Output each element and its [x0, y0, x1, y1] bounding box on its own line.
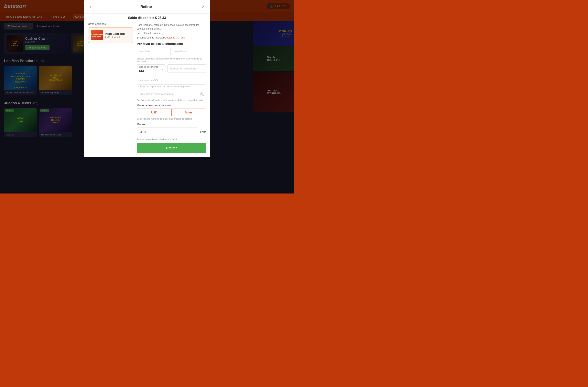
option-name: Pago Bancario: [105, 32, 125, 36]
amount-hint: Puedes retirar desde $ 20 hasta $ 23.33: [137, 138, 206, 141]
soles-button[interactable]: Soles: [171, 109, 206, 116]
doc-type-label: Tipo de documento: [139, 66, 158, 68]
name-row: [137, 47, 206, 55]
amount-row: USD: [137, 127, 206, 137]
cci-group: Digita los 20 dígitos de tu CCI sin espa…: [137, 76, 206, 88]
doc-row: Tipo de documento DNI Pasaporte CE ▾: [137, 64, 206, 74]
info-text-2: que estén a tu nombre: [137, 31, 206, 35]
amount-input[interactable]: [137, 127, 198, 137]
doc-number-input[interactable]: [168, 64, 206, 73]
modal-close-button[interactable]: ×: [200, 3, 206, 10]
modal-title: Retirar: [92, 5, 200, 9]
payment-options-panel: Otras opciones TRANSFERENCIA BANCARIA Pa…: [88, 22, 133, 153]
amount-label: Monto: [137, 123, 206, 126]
amount-section: Monto USD Puedes retirar desde $ 20 hast…: [137, 123, 206, 153]
modal-balance: Saldo disponible $ 23.33: [84, 14, 210, 22]
currency-toggle: USD Soles: [137, 109, 206, 116]
withdraw-modal: ‹ Retirar × Saldo disponible $ 23.33 Otr…: [84, 0, 210, 157]
apellidos-input[interactable]: [172, 47, 206, 55]
currency-hint: Selecciona la moneda de la cuenta bancar…: [137, 118, 206, 120]
cci-link[interactable]: obtén tu CCI aquí: [167, 36, 186, 39]
modal-back-button[interactable]: ‹: [88, 4, 92, 10]
apellidos-group: [172, 47, 206, 55]
nombres-input[interactable]: [137, 47, 170, 55]
pago-bancario-option[interactable]: TRANSFERENCIA BANCARIA Pago Bancario $ 2…: [88, 27, 133, 43]
search-icon: 🔍: [200, 92, 204, 96]
option-info: Pago Bancario $ 20 - $ 23.33: [105, 32, 125, 38]
withdraw-submit-button[interactable]: Retirar: [137, 143, 206, 153]
currency-label: Moneda de cuenta bancaria: [137, 104, 206, 107]
modal-layout: Otras opciones TRANSFERENCIA BANCARIA Pa…: [84, 22, 210, 153]
provincia-hint: Por favor, selecciona la provincia donde…: [137, 99, 206, 102]
options-title: Otras opciones: [88, 22, 133, 25]
withdrawal-form: Para realizar el retiro de tus fondos, s…: [137, 22, 206, 153]
nombres-hint: Ingresa tu nombre completo tal y como fi…: [137, 58, 206, 62]
usd-button[interactable]: USD: [137, 109, 171, 116]
currency-section: Moneda de cuenta bancaria USD Soles Sele…: [137, 104, 206, 120]
nombres-group: [137, 47, 170, 55]
provincia-input-wrapper: 🔍: [137, 90, 206, 98]
provincia-input[interactable]: [137, 90, 206, 98]
form-section-title: Por favor coloca tu información: [137, 42, 206, 45]
info-text-3: Si tienes cuenta Interbank, obtén tu CCI…: [137, 36, 206, 40]
amount-input-wrapper: [137, 127, 198, 137]
cci-input[interactable]: [137, 76, 206, 84]
bank-transfer-icon: TRANSFERENCIA BANCARIA: [91, 30, 103, 40]
info-text-1: Para realizar el retiro de tus fondos, s…: [137, 23, 206, 31]
cci-hint: Digita los 20 dígitos de tu CCI sin espa…: [137, 85, 206, 88]
doc-number-group: [168, 64, 206, 74]
modal-header: ‹ Retirar ×: [84, 0, 210, 14]
doc-type-wrapper: Tipo de documento DNI Pasaporte CE ▾: [137, 64, 166, 74]
amount-unit: USD: [200, 131, 206, 134]
option-range: $ 20 - $ 23.33: [105, 36, 125, 38]
provincia-group: 🔍 Por favor, selecciona la provincia don…: [137, 90, 206, 102]
